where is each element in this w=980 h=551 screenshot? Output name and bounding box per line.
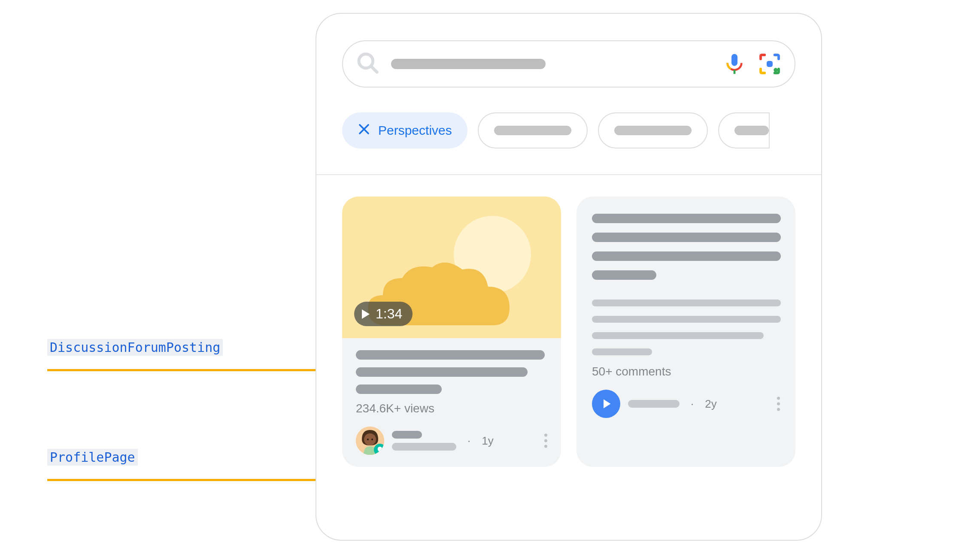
chip-placeholder-3[interactable] <box>718 112 770 148</box>
mic-icon[interactable] <box>722 52 746 76</box>
svg-point-9 <box>364 433 376 445</box>
title-placeholder-line <box>592 251 781 261</box>
source-name-lines <box>628 400 680 408</box>
forum-comments: 50+ comments <box>592 365 780 378</box>
body-placeholder-line <box>592 316 781 323</box>
author-row: · 2y <box>592 390 780 418</box>
video-thumbnail: 1:34 <box>342 197 561 338</box>
forum-card-body: 50+ comments · 2y <box>576 197 795 430</box>
forum-age: 2y <box>705 397 716 411</box>
title-placeholder-line <box>356 384 442 394</box>
result-cards-row: 1:34 234.6K+ views <box>342 197 795 467</box>
svg-rect-4 <box>767 61 773 67</box>
author-name-lines <box>392 431 456 451</box>
svg-point-11 <box>371 439 373 440</box>
device-mockup: Perspectives 1:34 <box>316 13 822 541</box>
chip-placeholder-bar <box>734 126 769 135</box>
play-icon <box>362 309 370 319</box>
video-duration-pill: 1:34 <box>354 302 413 326</box>
video-duration: 1:34 <box>376 306 402 322</box>
search-icon <box>356 51 380 77</box>
body-placeholder-line <box>592 300 781 306</box>
search-query-placeholder <box>391 59 546 69</box>
annotation-label: ProfilePage <box>47 449 138 466</box>
chip-perspectives[interactable]: Perspectives <box>342 112 467 148</box>
video-result-card[interactable]: 1:34 234.6K+ views <box>342 197 561 467</box>
annotation-discussion-forum-posting: DiscussionForumPosting <box>47 339 223 358</box>
title-placeholder-line <box>592 233 781 242</box>
source-avatar[interactable] <box>592 390 620 418</box>
lens-icon[interactable] <box>758 52 782 76</box>
close-icon <box>358 123 370 139</box>
svg-line-1 <box>371 66 377 72</box>
verified-badge-icon <box>374 444 384 455</box>
title-placeholder-line <box>356 350 545 360</box>
chip-placeholder-bar <box>494 126 571 135</box>
chip-placeholder-1[interactable] <box>478 112 588 148</box>
search-bar[interactable] <box>342 40 795 88</box>
title-placeholder-line <box>356 367 528 377</box>
source-name-placeholder <box>628 400 680 408</box>
author-avatar[interactable] <box>356 427 384 455</box>
annotation-profile-page: ProfilePage <box>47 449 138 468</box>
author-handle-placeholder <box>392 443 456 451</box>
svg-point-5 <box>774 68 777 72</box>
video-card-body: 234.6K+ views <box>342 338 561 467</box>
video-age: 1y <box>482 434 493 448</box>
svg-rect-2 <box>731 54 737 66</box>
video-views: 234.6K+ views <box>356 402 547 415</box>
annotation-label: DiscussionForumPosting <box>47 339 223 356</box>
chip-label: Perspectives <box>378 123 452 138</box>
dot-separator: · <box>467 434 470 448</box>
title-placeholder-line <box>592 214 781 223</box>
body-placeholder-line <box>592 348 652 355</box>
author-row: · 1y <box>356 427 547 455</box>
overflow-menu-icon[interactable] <box>544 434 547 448</box>
dot-separator: · <box>691 397 694 411</box>
svg-point-10 <box>367 439 369 440</box>
author-name-placeholder <box>392 431 422 439</box>
divider <box>316 174 821 175</box>
forum-result-card[interactable]: 50+ comments · 2y <box>576 197 795 467</box>
body-placeholder-line <box>592 332 764 339</box>
overflow-menu-icon[interactable] <box>777 397 780 411</box>
title-placeholder-line <box>592 270 656 280</box>
chip-placeholder-2[interactable] <box>598 112 708 148</box>
filter-chips-row: Perspectives <box>342 112 821 148</box>
chip-placeholder-bar <box>614 126 692 135</box>
